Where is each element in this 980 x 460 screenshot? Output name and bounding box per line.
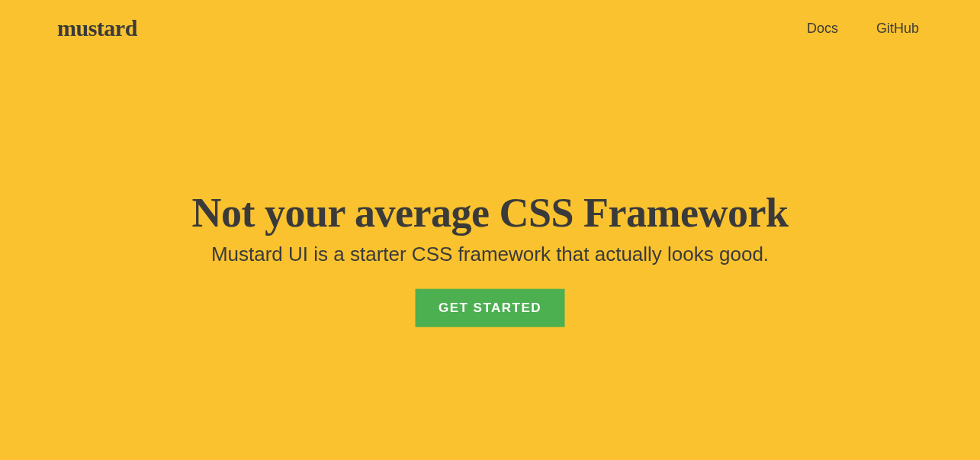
brand-logo[interactable]: mustard — [57, 15, 137, 41]
hero-title: Not your average CSS Framework — [0, 188, 980, 236]
main-nav: Docs GitHub — [807, 21, 919, 37]
nav-link-docs[interactable]: Docs — [807, 21, 838, 37]
page-header: mustard Docs GitHub — [0, 0, 980, 56]
nav-link-github[interactable]: GitHub — [876, 21, 919, 37]
get-started-button[interactable]: GET STARTED — [416, 288, 564, 327]
hero-subtitle: Mustard UI is a starter CSS framework th… — [0, 242, 980, 265]
hero-section: Not your average CSS Framework Mustard U… — [0, 188, 980, 327]
